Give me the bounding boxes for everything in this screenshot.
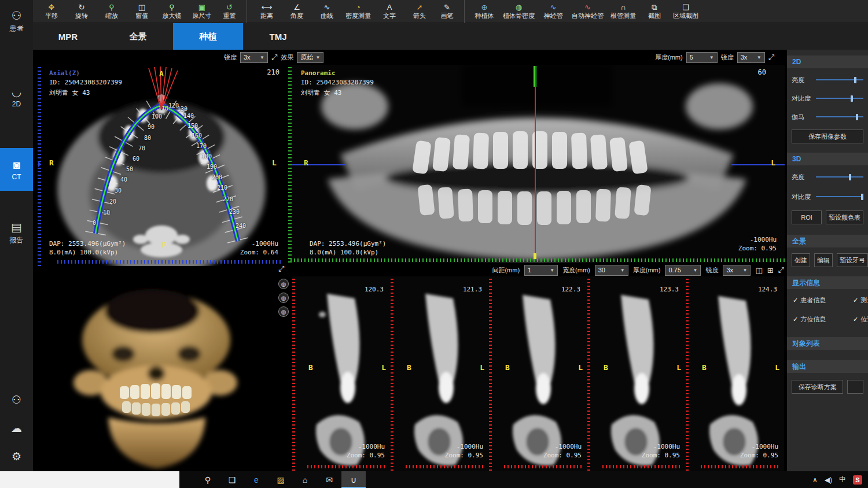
- sidebar-item-ct[interactable]: ◙ CT: [0, 148, 33, 191]
- density-measure-tool[interactable]: ◔ 密度测量: [342, 0, 374, 23]
- cross-section-slice[interactable]: 124.3 B L -1000Hu Zoom: 0.95: [686, 276, 784, 471]
- taskbar-search-icon[interactable]: ⚲: [196, 471, 220, 488]
- split-view-icon[interactable]: ◫: [755, 266, 762, 275]
- volume-icon[interactable]: ◀): [825, 476, 832, 484]
- root-canal-measure-icon: ∩: [620, 3, 626, 12]
- implant-tool[interactable]: ⊕ 种植体: [469, 0, 499, 23]
- edge-browser-icon[interactable]: e: [244, 471, 269, 488]
- grid-view-icon[interactable]: ⊞: [767, 266, 774, 275]
- pano-cursor-line[interactable]: [535, 66, 536, 257]
- preset-arch-button[interactable]: 预设牙弓: [837, 253, 868, 267]
- cross-section-slice[interactable]: 120.3 B L -1000Hu Zoom: 0.95: [292, 276, 391, 471]
- output-secondary-button[interactable]: [847, 380, 863, 394]
- implant-bone-density-tool[interactable]: ◍ 植体骨密度: [499, 0, 538, 23]
- expand-icon[interactable]: ⤢: [271, 53, 277, 62]
- slice-sharpness-select[interactable]: 3x ▼: [723, 265, 751, 276]
- checkbox-patient-info[interactable]: ✓ 患者信息: [793, 296, 826, 305]
- tray-chevron-icon[interactable]: ∧: [812, 476, 818, 484]
- task-view-icon[interactable]: ❏: [220, 471, 244, 488]
- text-tool[interactable]: A 文字: [374, 0, 404, 23]
- create-arch-button[interactable]: 创建: [792, 253, 810, 267]
- 2d-gamma-slider[interactable]: [816, 113, 863, 121]
- axial-view[interactable]: 0102030405060708090100110120130140150160…: [38, 65, 285, 266]
- panoramic-view[interactable]: Panoramic ID: 250423083207399 刘明青 女 43 6…: [288, 65, 785, 263]
- save-image-params-button[interactable]: 保存图像参数: [792, 130, 863, 143]
- 3d-brightness-slider[interactable]: [816, 173, 863, 181]
- sidebar-item-report[interactable]: ▤ 报告: [0, 212, 33, 254]
- window-level-tool[interactable]: ◫ 窗值: [127, 0, 157, 23]
- arch-ruler-number: 80: [144, 135, 151, 141]
- pan-tool[interactable]: ✥ 平移: [36, 0, 67, 23]
- tab-mpr[interactable]: MPR: [33, 23, 103, 50]
- preset-color-table-button[interactable]: 预设颜色表: [826, 210, 863, 224]
- distance-tool[interactable]: ⟷ 距离: [252, 0, 282, 23]
- view-preset-icon[interactable]: ◍: [278, 279, 289, 289]
- region-screenshot-tool[interactable]: ❑ 区域截图: [670, 0, 702, 23]
- region-screenshot-icon: ❑: [682, 3, 689, 12]
- spacing-select[interactable]: 1 ▼: [524, 265, 558, 276]
- pano-thickness-select[interactable]: 5 ▼: [686, 52, 718, 63]
- angle-tool[interactable]: ∠ 角度: [282, 0, 312, 23]
- section-display-info-header: 显示信息: [787, 276, 868, 289]
- pano-sharpness-select[interactable]: 3x ▼: [737, 52, 765, 63]
- view-preset-icon[interactable]: ◍: [278, 306, 289, 317]
- nerve-canal-tool[interactable]: ∿ 神经管: [538, 0, 568, 23]
- width-select[interactable]: 30 ▼: [595, 265, 628, 276]
- cloud-icon[interactable]: ☁: [11, 422, 22, 435]
- tab-implant[interactable]: 种植: [173, 23, 243, 50]
- edit-arch-button[interactable]: 编辑: [814, 253, 833, 267]
- screenshot-tool[interactable]: ⧉ 截图: [639, 0, 670, 23]
- 2d-contrast-slider[interactable]: [816, 94, 863, 102]
- cross-section-slice[interactable]: 121.3 B L -1000Hu Zoom: 0.95: [391, 276, 489, 471]
- zoom-tool[interactable]: ⚲ 缩放: [97, 0, 127, 23]
- pano-mpr-line-right: [731, 164, 785, 165]
- auto-nerve-canal-tool[interactable]: ∿ 自动神经管: [568, 0, 607, 23]
- checkbox-measure-info[interactable]: ✓ 测量: [853, 296, 868, 305]
- cross-section-slice[interactable]: 123.3 B L -1000Hu Zoom: 0.95: [587, 276, 686, 471]
- checkbox-orientation-info[interactable]: ✓ 方位信息: [793, 315, 826, 324]
- windows-taskbar: ⚲ ❏ e ▨ ⌂ ✉: [0, 471, 868, 488]
- sidebar-item-2d[interactable]: ◡ 2D: [0, 75, 33, 118]
- implant-app-icon[interactable]: ∪: [341, 471, 366, 488]
- original-size-tool[interactable]: ▣ 原尺寸: [187, 0, 217, 23]
- slice-zoom-value: Zoom: 0.95: [543, 452, 582, 459]
- store-icon[interactable]: ⌂: [293, 471, 317, 488]
- expand-icon[interactable]: ⤢: [768, 53, 774, 62]
- expand-icon[interactable]: ⤢: [778, 265, 784, 275]
- pano-controls: 厚度(mm) 5 ▼ 锐度 3x ▼ ⤢: [655, 51, 774, 64]
- slider-label: 亮度: [792, 76, 816, 84]
- checkbox-position-info[interactable]: ✓ 位置: [853, 315, 868, 324]
- sidebar-item-patients[interactable]: ⚇ 患者: [0, 0, 33, 43]
- axial-patient-name: 刘明青 女 43: [49, 88, 90, 97]
- 3d-contrast-slider[interactable]: [816, 193, 863, 201]
- tab-tmj[interactable]: TMJ: [243, 23, 313, 50]
- settings-gear-icon[interactable]: ⚙: [12, 450, 21, 463]
- sogou-input-icon[interactable]: S: [853, 475, 862, 485]
- pano-dap-line1: DAP: 2553.496(μGym²): [310, 240, 386, 247]
- magnifier-tool[interactable]: ⚲ 放大镜: [157, 0, 187, 23]
- taskbar-search-box[interactable]: [0, 471, 179, 488]
- view-preset-icon[interactable]: ◍: [278, 293, 289, 303]
- pen-tool[interactable]: ✎ 画笔: [435, 0, 465, 23]
- expand-axial-icon[interactable]: ⤢: [278, 264, 284, 273]
- arrow-tool[interactable]: ➚ 箭头: [404, 0, 435, 23]
- slice-thickness-select[interactable]: 0.75 ▼: [665, 265, 701, 276]
- mail-icon[interactable]: ✉: [317, 471, 341, 488]
- reset-tool[interactable]: ↺ 重置: [217, 0, 247, 23]
- volume-3d-view[interactable]: [38, 278, 285, 471]
- tab-panorama[interactable]: 全景: [103, 23, 173, 50]
- curve-tool[interactable]: ∿ 曲线: [312, 0, 342, 23]
- root-canal-measure-tool[interactable]: ∩ 根管测量: [607, 0, 639, 23]
- rotate-tool[interactable]: ↻ 旋转: [67, 0, 97, 23]
- roi-button[interactable]: ROI: [792, 210, 822, 224]
- ime-indicator[interactable]: 中: [839, 475, 846, 485]
- axial-sharpness-select[interactable]: 3x ▼: [240, 52, 268, 63]
- curve-icon: ∿: [324, 3, 330, 12]
- cross-section-slice[interactable]: 122.3 B L -1000Hu Zoom: 0.95: [489, 276, 587, 471]
- effect-select[interactable]: 原始 ▼: [297, 52, 323, 63]
- orientation-l-label: L: [578, 363, 583, 372]
- save-diagnosis-plan-button[interactable]: 保存诊断方案: [792, 380, 843, 394]
- account-icon[interactable]: ⚇: [12, 393, 21, 406]
- file-explorer-icon[interactable]: ▨: [269, 471, 293, 488]
- 2d-brightness-slider[interactable]: [816, 76, 863, 84]
